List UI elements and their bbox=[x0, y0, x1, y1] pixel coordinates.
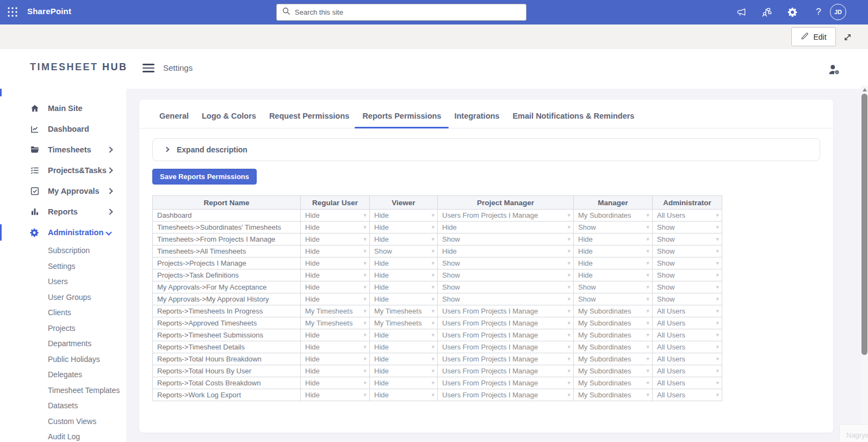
permission-select-project-manager[interactable]: Show▼ bbox=[438, 293, 574, 305]
sidebar-item-my-approvals[interactable]: My Approvals bbox=[0, 181, 126, 201]
permission-select-viewer[interactable]: My Timesheets▼ bbox=[370, 317, 438, 329]
permission-select-viewer[interactable]: Hide▼ bbox=[370, 353, 438, 365]
permission-select-regular-user[interactable]: Hide▼ bbox=[301, 245, 370, 257]
sidebar-subitem[interactable]: Datasets bbox=[0, 398, 126, 414]
permission-select-administrator[interactable]: All Users▼ bbox=[653, 353, 722, 365]
permission-select-project-manager[interactable]: Users From Projects I Manage▼ bbox=[438, 317, 574, 329]
permission-select-regular-user[interactable]: Hide▼ bbox=[301, 257, 370, 269]
permission-select-viewer[interactable]: Hide▼ bbox=[370, 341, 438, 353]
sidebar-subitem[interactable]: Users bbox=[0, 274, 126, 290]
sidebar-item-reports[interactable]: Reports bbox=[0, 201, 126, 222]
permission-select-manager[interactable]: Hide▼ bbox=[574, 245, 653, 257]
tab-email-notifications[interactable]: Email Notifications & Reminders bbox=[512, 112, 634, 128]
permission-select-manager[interactable]: My Subordinates▼ bbox=[574, 317, 653, 329]
permission-select-administrator[interactable]: All Users▼ bbox=[653, 305, 722, 317]
permission-select-regular-user[interactable]: Hide▼ bbox=[301, 222, 370, 234]
sidebar-subitem[interactable]: Delegates bbox=[0, 367, 126, 383]
gear-icon[interactable] bbox=[786, 6, 798, 18]
search-input[interactable] bbox=[295, 8, 520, 16]
permission-select-viewer[interactable]: Hide▼ bbox=[370, 365, 438, 377]
waffle-icon[interactable] bbox=[7, 6, 20, 19]
permission-select-manager[interactable]: My Subordinates▼ bbox=[574, 329, 653, 341]
sidebar-item-main-site[interactable]: Main Site bbox=[0, 98, 126, 119]
tab-logo-colors[interactable]: Logo & Colors bbox=[202, 112, 256, 128]
permission-select-manager[interactable]: My Subordinates▼ bbox=[574, 389, 653, 401]
permission-select-project-manager[interactable]: Users From Projects I Manage▼ bbox=[438, 377, 574, 389]
sidebar-subitem[interactable]: Custom Views bbox=[0, 414, 126, 429]
sidebar-subitem[interactable]: Projects bbox=[0, 321, 126, 336]
tab-reports-permissions[interactable]: Reports Permissions bbox=[362, 112, 441, 128]
hamburger-icon[interactable] bbox=[142, 62, 154, 74]
user-settings-icon[interactable] bbox=[827, 63, 841, 77]
expand-diagonal-icon[interactable] bbox=[841, 31, 853, 43]
permission-select-project-manager[interactable]: Users From Projects I Manage▼ bbox=[438, 210, 574, 222]
sidebar-subitem[interactable]: Audit Log bbox=[0, 429, 126, 442]
permission-select-project-manager[interactable]: Users From Projects I Manage▼ bbox=[438, 389, 574, 401]
tab-integrations[interactable]: Integrations bbox=[454, 112, 499, 128]
permission-select-project-manager[interactable]: Show▼ bbox=[438, 281, 574, 293]
permission-select-administrator[interactable]: All Users▼ bbox=[653, 389, 722, 401]
sidebar-subitem[interactable]: User Groups bbox=[0, 290, 126, 305]
permission-select-manager[interactable]: Hide▼ bbox=[574, 257, 653, 269]
sidebar-item-projects-tasks[interactable]: Projects&Tasks bbox=[0, 160, 126, 181]
permission-select-regular-user[interactable]: Hide▼ bbox=[301, 234, 370, 245]
sidebar-item-timesheets[interactable]: Timesheets bbox=[0, 139, 126, 160]
permission-select-regular-user[interactable]: Hide▼ bbox=[301, 293, 370, 305]
permission-select-administrator[interactable]: Show▼ bbox=[653, 234, 722, 245]
permission-select-manager[interactable]: My Subordinates▼ bbox=[574, 365, 653, 377]
sidebar-subitem[interactable]: Clients bbox=[0, 305, 126, 321]
permission-select-project-manager[interactable]: Show▼ bbox=[438, 257, 574, 269]
permission-select-manager[interactable]: Hide▼ bbox=[574, 234, 653, 245]
permission-select-regular-user[interactable]: Hide▼ bbox=[301, 329, 370, 341]
permission-select-administrator[interactable]: All Users▼ bbox=[653, 329, 722, 341]
avatar[interactable]: JD bbox=[830, 4, 846, 20]
expand-description-panel[interactable]: Expand description bbox=[152, 138, 820, 161]
permission-select-administrator[interactable]: Show▼ bbox=[653, 222, 722, 234]
permission-select-project-manager[interactable]: Show▼ bbox=[438, 269, 574, 281]
permission-select-regular-user[interactable]: Hide▼ bbox=[301, 353, 370, 365]
permission-select-project-manager[interactable]: Users From Projects I Manage▼ bbox=[438, 353, 574, 365]
permission-select-viewer[interactable]: Hide▼ bbox=[370, 389, 438, 401]
permission-select-project-manager[interactable]: Show▼ bbox=[438, 234, 574, 245]
permission-select-viewer[interactable]: Hide▼ bbox=[370, 222, 438, 234]
permission-select-project-manager[interactable]: Hide▼ bbox=[438, 245, 574, 257]
search-box[interactable] bbox=[276, 4, 526, 21]
scrollbar-up-arrow[interactable] bbox=[863, 88, 867, 91]
help-icon[interactable]: ? bbox=[813, 6, 824, 18]
megaphone-icon[interactable] bbox=[735, 6, 747, 18]
permission-select-manager[interactable]: Show▼ bbox=[574, 281, 653, 293]
permission-select-administrator[interactable]: Show▼ bbox=[653, 293, 722, 305]
save-reports-permissions-button[interactable]: Save Reports Permissions bbox=[152, 169, 257, 185]
permission-select-manager[interactable]: My Subordinates▼ bbox=[574, 377, 653, 389]
sidebar-item-dashboard[interactable]: Dashboard bbox=[0, 119, 126, 139]
permission-select-project-manager[interactable]: Users From Projects I Manage▼ bbox=[438, 305, 574, 317]
permission-select-manager[interactable]: Hide▼ bbox=[574, 269, 653, 281]
tab-general[interactable]: General bbox=[159, 112, 189, 128]
scrollbar-thumb[interactable] bbox=[861, 94, 867, 355]
permission-select-viewer[interactable]: Hide▼ bbox=[370, 329, 438, 341]
permission-select-regular-user[interactable]: Hide▼ bbox=[301, 341, 370, 353]
share-people-icon[interactable] bbox=[760, 6, 772, 18]
permission-select-viewer[interactable]: Hide▼ bbox=[370, 234, 438, 245]
tab-request-permissions[interactable]: Request Permissions bbox=[269, 112, 349, 128]
permission-select-regular-user[interactable]: My Timesheets▼ bbox=[301, 305, 370, 317]
sidebar-subitem[interactable]: Subscription bbox=[0, 243, 126, 259]
sidebar-subitem[interactable]: Departments bbox=[0, 336, 126, 352]
permission-select-administrator[interactable]: Show▼ bbox=[653, 281, 722, 293]
permission-select-administrator[interactable]: All Users▼ bbox=[653, 365, 722, 377]
permission-select-project-manager[interactable]: Users From Projects I Manage▼ bbox=[438, 365, 574, 377]
permission-select-regular-user[interactable]: Hide▼ bbox=[301, 269, 370, 281]
permission-select-administrator[interactable]: All Users▼ bbox=[653, 377, 722, 389]
permission-select-project-manager[interactable]: Users From Projects I Manage▼ bbox=[438, 329, 574, 341]
permission-select-regular-user[interactable]: Hide▼ bbox=[301, 365, 370, 377]
permission-select-viewer[interactable]: Hide▼ bbox=[370, 269, 438, 281]
permission-select-viewer[interactable]: My Timesheets▼ bbox=[370, 305, 438, 317]
permission-select-administrator[interactable]: Show▼ bbox=[653, 245, 722, 257]
permission-select-manager[interactable]: My Subordinates▼ bbox=[574, 353, 653, 365]
sidebar-subitem[interactable]: Public Holidays bbox=[0, 352, 126, 367]
permission-select-viewer[interactable]: Show▼ bbox=[370, 245, 438, 257]
permission-select-manager[interactable]: My Subordinates▼ bbox=[574, 341, 653, 353]
permission-select-administrator[interactable]: All Users▼ bbox=[653, 317, 722, 329]
edit-button[interactable]: Edit bbox=[791, 27, 836, 46]
permission-select-administrator[interactable]: Show▼ bbox=[653, 257, 722, 269]
